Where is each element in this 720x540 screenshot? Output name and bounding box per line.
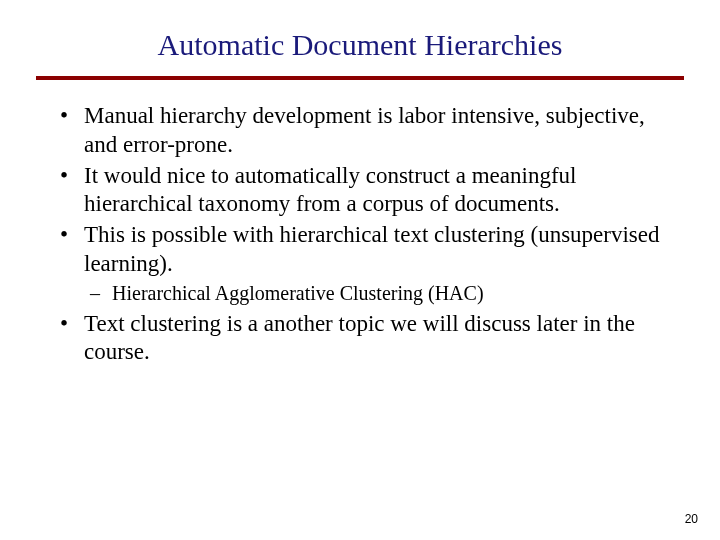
- title-underline: [36, 76, 684, 80]
- page-number: 20: [685, 512, 698, 526]
- list-item: It would nice to automatically construct…: [54, 162, 672, 220]
- list-item: Hierarchical Agglomerative Clustering (H…: [84, 281, 672, 306]
- list-item: This is possible with hierarchical text …: [54, 221, 672, 279]
- list-item: Text clustering is a another topic we wi…: [54, 310, 672, 368]
- list-item: Manual hierarchy development is labor in…: [54, 102, 672, 160]
- sub-bullet-list: Hierarchical Agglomerative Clustering (H…: [54, 281, 672, 306]
- slide-title: Automatic Document Hierarchies: [48, 28, 672, 62]
- bullet-list: Manual hierarchy development is labor in…: [48, 102, 672, 367]
